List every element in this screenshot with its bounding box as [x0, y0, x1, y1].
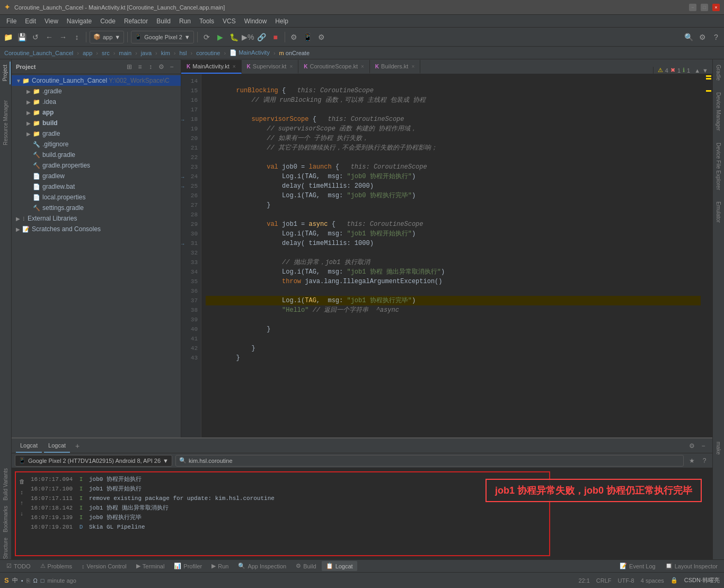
footer-tab-build[interactable]: ⚙ Build — [292, 561, 320, 571]
minimize-button[interactable]: − — [689, 4, 696, 11]
tree-root[interactable]: ▼ 📁 Coroutine_Launch_Cancel Y:\002_WorkS… — [12, 75, 181, 86]
panel-action-list[interactable]: ≡ — [135, 62, 145, 72]
toolbar-save-btn[interactable]: 💾 — [16, 31, 28, 43]
tree-item-gitignore[interactable]: 🔧 .gitignore — [12, 139, 181, 150]
tree-item-local-props[interactable]: 📄 local.properties — [12, 192, 181, 203]
footer-tab-app-inspection[interactable]: 🔍 App Inspection — [234, 561, 290, 571]
toolbar-nav-btn[interactable]: ↕ — [71, 31, 83, 43]
search-everywhere-btn[interactable]: 🔍 — [683, 31, 694, 43]
tree-item-gradle-props[interactable]: 🔨 gradle.properties — [12, 160, 181, 171]
structure-tab[interactable]: Structure — [1, 536, 10, 561]
tree-item-build[interactable]: ▶ 📁 build — [12, 118, 181, 128]
breadcrumb-oncreate[interactable]: m onCreate — [279, 50, 310, 56]
bookmarks-tab[interactable]: Bookmarks — [1, 504, 10, 534]
tab-supervisor[interactable]: K Supervisor.kt × — [242, 60, 299, 74]
menu-run[interactable]: Run — [175, 16, 195, 26]
emulator-tab[interactable]: Emulator — [714, 198, 723, 226]
tree-item-gradle-hidden[interactable]: ▶ 📁 .gradle — [12, 86, 181, 96]
footer-tab-event-log[interactable]: 📝 Event Log — [615, 561, 660, 571]
project-tab[interactable]: Project — [1, 62, 11, 84]
device-dropdown[interactable]: 📱 Google Pixel 2 ▼ — [131, 31, 193, 43]
breadcrumb-java[interactable]: java — [141, 50, 152, 56]
breadcrumb-kim[interactable]: kim — [161, 50, 170, 56]
footer-tab-profiler[interactable]: 📊 Profiler — [170, 561, 206, 571]
panel-action-sort[interactable]: ↕ — [146, 62, 155, 72]
help-btn[interactable]: ? — [710, 31, 722, 43]
log-down-btn[interactable]: ↓ — [17, 508, 27, 518]
avd-btn[interactable]: 📱 — [302, 31, 314, 43]
debug-btn[interactable]: 🐛 — [228, 31, 240, 43]
tree-item-build-gradle[interactable]: 🔨 build.gradle — [12, 150, 181, 160]
footer-tab-layout-inspector[interactable]: 🔲 Layout Inspector — [661, 561, 722, 571]
footer-tab-terminal[interactable]: ▶ Terminal — [132, 561, 169, 571]
toolbar-open-btn[interactable]: 📁 — [2, 31, 14, 43]
toolbar-back-btn[interactable]: ← — [43, 31, 55, 43]
make-tab[interactable]: make — [714, 440, 723, 457]
status-encoding[interactable]: UTF-8 — [618, 577, 634, 584]
tab-mainactivity[interactable]: K MainActivity.kt × — [181, 60, 242, 74]
tree-item-idea[interactable]: ▶ 📁 .idea — [12, 96, 181, 107]
tab-supervisor-close[interactable]: × — [289, 64, 293, 69]
toolbar-refresh-btn[interactable]: ↺ — [30, 31, 41, 43]
menu-refactor[interactable]: Refactor — [120, 16, 152, 26]
app-module-dropdown[interactable]: 📦 app ▼ — [90, 31, 124, 43]
settings-btn[interactable]: ⚙ — [316, 31, 328, 43]
settings-gear-btn[interactable]: ⚙ — [696, 31, 708, 43]
build-variants-tab[interactable]: Build Variants — [1, 466, 10, 503]
logcat-main-tab[interactable]: Logcat — [16, 439, 42, 453]
menu-edit[interactable]: Edit — [21, 16, 40, 26]
tab-coroutinescope[interactable]: K CoroutineScope.kt × — [298, 60, 370, 74]
breadcrumb-src[interactable]: src — [102, 50, 110, 56]
close-button[interactable]: × — [712, 4, 720, 11]
log-scroll-btn[interactable]: ↕ — [17, 487, 27, 497]
bottom-settings-btn[interactable]: ⚙ — [687, 441, 696, 451]
status-indent[interactable]: 4 spaces — [641, 577, 664, 584]
menu-tools[interactable]: Tools — [195, 16, 218, 26]
breadcrumb-mainactivity[interactable]: 📄 MainActivity — [229, 49, 270, 56]
breadcrumb-app[interactable]: app — [83, 50, 92, 56]
panel-action-close[interactable]: − — [167, 62, 176, 72]
footer-tab-run[interactable]: ▶ Run — [207, 561, 233, 571]
tab-coroutinescope-close[interactable]: × — [361, 64, 364, 69]
maximize-button[interactable]: □ — [701, 4, 708, 11]
menu-code[interactable]: Code — [96, 16, 120, 26]
footer-tab-logcat[interactable]: 📋 Logcat — [322, 561, 357, 571]
breadcrumb-coroutine[interactable]: coroutine — [196, 50, 220, 56]
menu-vcs[interactable]: VCS — [218, 16, 240, 26]
tree-item-settings-gradle[interactable]: 🔨 settings.gradle — [12, 203, 181, 213]
menu-help[interactable]: Help — [271, 16, 293, 26]
status-line-ending[interactable]: CRLF — [596, 577, 612, 584]
menu-window[interactable]: Window — [240, 16, 271, 26]
breadcrumb-main[interactable]: main — [119, 50, 131, 56]
menu-file[interactable]: File — [2, 16, 21, 26]
panel-action-settings[interactable]: ⚙ — [156, 62, 166, 72]
tree-item-scratches[interactable]: ▶ 📝 Scratches and Consoles — [12, 224, 181, 234]
log-clear-btn[interactable]: 🗑 — [17, 477, 27, 486]
menu-build[interactable]: Build — [152, 16, 175, 26]
menu-navigate[interactable]: Navigate — [63, 16, 96, 26]
footer-tab-problems[interactable]: ⚠ Problems — [36, 561, 76, 571]
tree-item-gradle[interactable]: ▶ 📁 gradle — [12, 128, 181, 139]
panel-action-scope[interactable]: ⊞ — [125, 62, 134, 72]
tree-item-external-libs[interactable]: ▶ ⫶ External Libraries — [12, 213, 181, 224]
breadcrumb-root[interactable]: Coroutine_Launch_Cancel — [4, 50, 73, 56]
bottom-close-btn[interactable]: − — [699, 441, 708, 451]
run-coverage-btn[interactable]: ▶% — [242, 31, 254, 43]
tab-builders[interactable]: K Builders.kt × — [370, 60, 420, 74]
tab-builders-close[interactable]: × — [411, 64, 414, 69]
tree-item-app[interactable]: ▶ 📁 app — [12, 107, 181, 118]
menu-view[interactable]: View — [40, 16, 63, 26]
tab-mainactivity-close[interactable]: × — [233, 64, 236, 69]
resource-manager-tab[interactable]: Resource Manager — [1, 97, 10, 148]
logcat-sub-tab[interactable]: Logcat — [44, 439, 70, 453]
status-position[interactable]: 22:1 — [578, 577, 589, 584]
attach-btn[interactable]: 🔗 — [256, 31, 268, 43]
run-btn[interactable]: ▶ — [215, 31, 226, 43]
log-up-btn[interactable]: ↑ — [17, 498, 27, 507]
footer-tab-todo[interactable]: ☑ TODO — [2, 561, 35, 571]
tree-item-gradlew[interactable]: 📄 gradlew — [12, 171, 181, 181]
logcat-star-btn[interactable]: ★ — [687, 456, 696, 466]
logcat-add-tab[interactable]: + — [72, 441, 83, 451]
toolbar-fwd-btn[interactable]: → — [57, 31, 69, 43]
sdk-btn[interactable]: ⚙ — [288, 31, 300, 43]
